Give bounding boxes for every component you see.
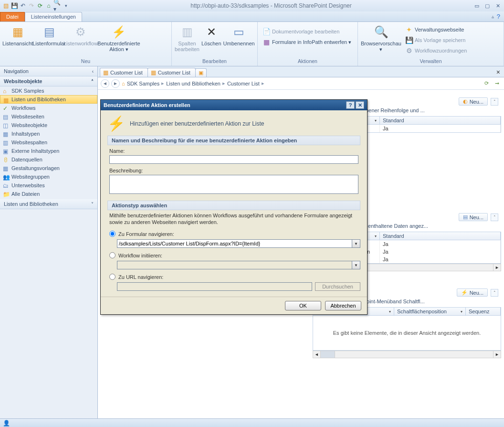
btn-infopath[interactable]: ▦Formulare in InfoPath entwerfen ▾	[261, 37, 353, 47]
refresh-crumb-icon[interactable]: ⟳	[482, 79, 491, 88]
close-icon[interactable]: ✕	[494, 2, 502, 9]
btn-umbenennen[interactable]: ▭Umbenennen	[223, 23, 255, 58]
empty-msg: Es gibt keine Elemente, die in dieser An…	[313, 316, 501, 350]
nav-datenquellen[interactable]: 🛢Datenquellen	[0, 155, 97, 164]
btn-benutzeraktion[interactable]: ⚡Benutzerdefinierte Aktion ▾	[97, 23, 140, 58]
btn-verwaltung[interactable]: ✦Verwaltungswebseite	[403, 24, 469, 35]
desc-label: Beschreibung:	[109, 168, 358, 173]
qat-refresh-icon[interactable]: ⟳	[36, 2, 44, 10]
dialog-help[interactable]: ?	[346, 101, 355, 109]
form-combo[interactable]	[117, 239, 352, 248]
qat-more-icon[interactable]: ▾	[62, 2, 70, 10]
btn-dokvorlage[interactable]: 📄Dokumentvorlage bearbeiten	[261, 26, 353, 37]
master-icon: ▦	[3, 165, 10, 172]
tab-listeneinstellungen[interactable]: Listeneinstellungen	[25, 12, 82, 21]
nav-unterwebsites[interactable]: 🗂Unterwebsites	[0, 181, 97, 190]
nav-websiteobjekte[interactable]: ◫Websiteobjekte	[0, 121, 97, 129]
combo-dd-icon[interactable]: ▼	[352, 239, 360, 248]
desc-input[interactable]	[109, 175, 358, 194]
qat-undo-icon[interactable]: ↶	[19, 2, 27, 10]
maximize-icon[interactable]: ▢	[483, 2, 492, 9]
workflow-icon: ⚙	[73, 24, 88, 40]
dialog-close[interactable]: ✕	[356, 101, 364, 109]
neu-button-1[interactable]: ◐Neu...	[459, 97, 488, 106]
group-neu: Neu	[3, 58, 168, 65]
new-icon: ◐	[463, 98, 468, 105]
radio-workflow[interactable]	[109, 252, 116, 258]
section-collapse-3[interactable]: ˄	[491, 289, 498, 297]
sidebar: Navigation‹ Websiteobjekte˄ ⌂SDK Samples…	[0, 66, 98, 418]
qat-save-icon[interactable]: 💾	[10, 2, 18, 10]
save-template-icon: 💾	[405, 36, 413, 44]
doc-tab-1[interactable]: ▦Customer List	[100, 68, 148, 77]
dialog-help-text: Mithilfe benutzerdefinierter Aktionen kö…	[107, 210, 360, 229]
group-aktionen: Aktionen	[261, 58, 355, 65]
nav-header[interactable]: Navigation‹	[0, 66, 97, 76]
ribbon: ▦Listenansicht ▤Listenformular ⚙Listenwo…	[0, 22, 504, 66]
nav-sdk-samples[interactable]: ⌂SDK Samples	[0, 86, 97, 95]
neu-button-3[interactable]: ⚡Neu...	[457, 288, 488, 297]
combo-dd-icon-2[interactable]: ▼	[352, 261, 360, 269]
btn-loeschen[interactable]: ✕Löschen	[201, 23, 221, 58]
hscroll-3[interactable]: ◄►	[313, 351, 501, 358]
nav-workflows[interactable]: ✓Workflows	[0, 104, 97, 112]
home-icon: ⌂	[3, 88, 10, 95]
doc-tabs: ▦Customer List ▦Customer List ▣ ×	[98, 66, 504, 77]
section-collapse-1[interactable]: ˄	[491, 98, 498, 106]
qat-home-icon[interactable]: ⌂	[45, 2, 52, 10]
nav-gestaltung[interactable]: ▦Gestaltungsvorlagen	[0, 164, 97, 172]
help-icon[interactable]: ?	[497, 13, 500, 20]
btn-spalten[interactable]: ▥Spalten bearbeiten	[175, 23, 200, 58]
btn-listenworkflow[interactable]: ⚙Listenworkflow	[66, 23, 95, 58]
nav-websitegruppen[interactable]: 👥Websitegruppen	[0, 172, 97, 181]
nav-sub-header[interactable]: Websiteobjekte˄	[0, 76, 97, 86]
minimize-icon[interactable]: ▭	[472, 2, 481, 9]
qat-new-icon[interactable]: ▧	[2, 2, 10, 10]
nav-inhaltstypen[interactable]: ▦Inhaltstypen	[0, 129, 97, 138]
nav-back[interactable]: ◄	[101, 79, 109, 88]
crumb-1[interactable]: SDK Samples	[127, 81, 159, 86]
crumb-2[interactable]: Listen und Bibliotheken	[166, 81, 220, 86]
btn-vorlage[interactable]: 💾Als Vorlage speichern	[403, 35, 469, 45]
nav-listen[interactable]: ▦Listen und Bibliotheken	[0, 95, 97, 104]
ribbon-min-icon[interactable]: ▵	[492, 14, 494, 19]
form-icon: ▤	[42, 24, 57, 40]
nav-footer[interactable]: Listen und Bibliotheken˅	[0, 199, 97, 209]
tab-file[interactable]: Datei	[0, 12, 25, 21]
btn-listenansicht[interactable]: ▦Listenansicht	[3, 23, 32, 58]
external-icon: ▣	[3, 148, 10, 155]
browse-button[interactable]: Durchsuchen	[315, 282, 360, 291]
cancel-button[interactable]: Abbrechen	[325, 301, 361, 310]
subsites-icon: 🗂	[3, 182, 10, 189]
dialog: Benutzerdefinierte Aktion erstellen ? ✕ …	[100, 99, 368, 315]
nav-fwd[interactable]: ►	[111, 79, 120, 88]
adv-crumb-icon[interactable]: ➞	[493, 79, 501, 88]
columns-icon: ▥	[179, 24, 195, 40]
radio-form[interactable]	[109, 231, 116, 237]
groups-icon: 👥	[3, 174, 10, 181]
delete-icon: ✕	[204, 24, 219, 40]
nav-alle-dateien[interactable]: 📁Alle Dateien	[0, 190, 97, 198]
lightning-large-icon: ⚡	[107, 115, 125, 132]
doc-template-icon: 📄	[262, 28, 270, 35]
ok-button[interactable]: OK	[285, 301, 321, 310]
doc-close[interactable]: ×	[493, 67, 504, 77]
doc-tab-new[interactable]: ▣	[195, 68, 207, 77]
nav-websitespalten[interactable]: ▥Websitespalten	[0, 138, 97, 147]
btn-listenformular[interactable]: ▤Listenformular	[34, 23, 64, 58]
url-input	[117, 282, 312, 291]
crumb-3[interactable]: Customer List	[227, 81, 260, 86]
btn-browser[interactable]: 🔍Browservorschau ▾	[361, 23, 401, 58]
neu-button-2[interactable]: ▤Neu...	[459, 213, 488, 221]
radio-url[interactable]	[109, 274, 116, 280]
status-user-icon: 👤	[3, 420, 10, 427]
doc-tab-2[interactable]: ▦Customer List	[147, 68, 196, 77]
name-input[interactable]	[109, 155, 358, 164]
nav-externe[interactable]: ▣Externe Inhaltstypen	[0, 147, 97, 155]
qat-search-icon[interactable]: 🔍▾	[53, 2, 61, 10]
section-aktionstyp: Aktionstyp auswählen	[107, 201, 360, 210]
section-collapse-2[interactable]: ˄	[491, 214, 498, 221]
btn-wfzu[interactable]: ⚙Workflowzuordnungen	[403, 45, 469, 56]
nav-websiteseiten[interactable]: ▤Websiteseiten	[0, 112, 97, 121]
qat-redo-icon[interactable]: ↷	[28, 2, 35, 10]
